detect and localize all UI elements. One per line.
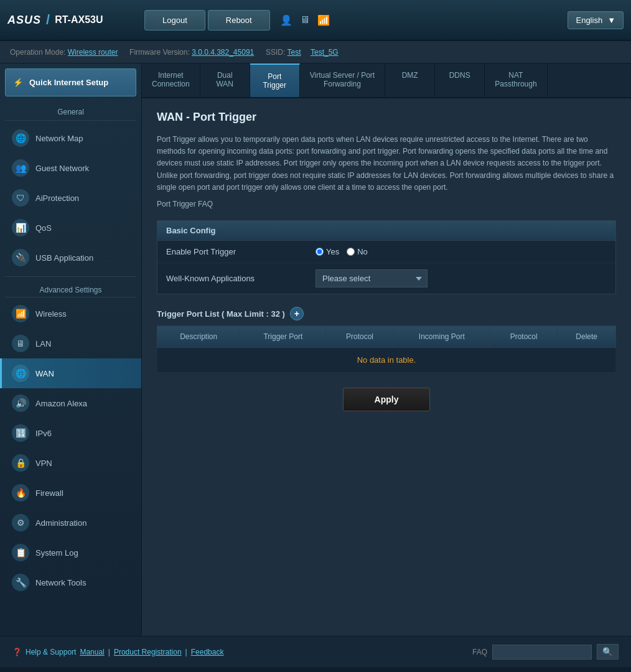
sidebar-item-administration[interactable]: ⚙ Administration — [0, 508, 141, 538]
sidebar-item-network-map[interactable]: 🌐 Network Map — [0, 123, 141, 153]
reboot-button[interactable]: Reboot — [208, 10, 270, 30]
firmware-label: Firmware Version: — [129, 48, 190, 57]
top-nav: Logout Reboot — [144, 10, 270, 30]
help-label: Help & Support — [26, 648, 76, 656]
logout-button[interactable]: Logout — [144, 10, 205, 30]
sidebar-item-firewall[interactable]: 🔥 Firewall — [0, 478, 141, 508]
language-label: English — [576, 16, 602, 25]
firewall-icon: 🔥 — [12, 484, 29, 502]
faq-search-button[interactable]: 🔍 — [597, 644, 619, 660]
quick-internet-setup-button[interactable]: ⚡ Quick Internet Setup — [5, 68, 136, 96]
table-body: No data in table. — [157, 348, 616, 373]
usb-icon: 🔌 — [12, 249, 29, 266]
radio-no-input[interactable] — [347, 248, 355, 256]
guest-network-icon: 👥 — [12, 159, 29, 177]
logo-slash: / — [46, 12, 50, 28]
trigger-list-title: Trigger Port List ( Max Limit : 32 ) — [157, 309, 285, 319]
general-section-title: General — [5, 101, 136, 121]
advanced-section-title: Advanced Settings — [5, 281, 136, 297]
sidebar-item-guest-network[interactable]: 👥 Guest Network — [0, 153, 141, 183]
language-select[interactable]: English ▼ — [568, 11, 624, 29]
tab-internet-connection[interactable]: InternetConnection — [142, 63, 200, 97]
tab-dmz[interactable]: DMZ — [385, 63, 435, 97]
col-protocol-trigger: Protocol — [326, 326, 393, 348]
sidebar-item-label-amazon-alexa: Amazon Alexa — [35, 399, 87, 408]
footer: ❓ Help & Support Manual | Product Regist… — [0, 636, 631, 667]
ssid-value2[interactable]: Test_5G — [311, 48, 339, 57]
monitor-icon[interactable]: 🖥 — [300, 14, 310, 26]
radio-no-label[interactable]: No — [347, 247, 368, 256]
product-registration-link[interactable]: Product Registration — [114, 648, 182, 656]
sidebar-item-amazon-alexa[interactable]: 🔊 Amazon Alexa — [0, 388, 141, 418]
model-name: RT-AX53U — [55, 14, 103, 26]
well-known-control: Please select — [316, 269, 428, 287]
sidebar-item-system-log[interactable]: 📋 System Log — [0, 538, 141, 567]
page-title: WAN - Port Trigger — [157, 111, 616, 124]
faq-search-input[interactable] — [492, 645, 592, 660]
aiprotection-icon: 🛡 — [12, 189, 29, 207]
faq-label: FAQ — [472, 648, 487, 656]
network-tools-icon: 🔧 — [12, 574, 29, 591]
user-icon[interactable]: 👤 — [280, 14, 292, 26]
feedback-link[interactable]: Feedback — [191, 648, 224, 656]
add-trigger-button[interactable]: + — [290, 307, 304, 320]
tab-dual-wan[interactable]: DualWAN — [200, 63, 250, 97]
tab-nat-passthrough[interactable]: NATPassthrough — [485, 63, 547, 97]
manual-link[interactable]: Manual — [80, 648, 104, 656]
trigger-list-header: Trigger Port List ( Max Limit : 32 ) + — [157, 307, 616, 320]
operation-mode-value[interactable]: Wireless router — [68, 48, 118, 57]
enable-port-trigger-row: Enable Port Trigger Yes No — [157, 241, 615, 263]
sidebar-item-qos[interactable]: 📊 QoS — [0, 213, 141, 243]
table-header: Description Trigger Port Protocol Incomi… — [157, 326, 616, 348]
wifi-icon[interactable]: 📶 — [317, 14, 330, 26]
tab-virtual-server[interactable]: Virtual Server / PortForwarding — [300, 63, 385, 97]
sidebar-item-label-aiprotection: AiProtection — [35, 194, 79, 203]
qos-icon: 📊 — [12, 219, 29, 236]
ssid-value1[interactable]: Test — [287, 48, 301, 57]
sidebar-item-network-tools[interactable]: 🔧 Network Tools — [0, 567, 141, 597]
quick-setup-label: Quick Internet Setup — [29, 78, 108, 87]
sidebar-item-label-wan: WAN — [35, 369, 54, 378]
lightning-icon: ⚡ — [13, 78, 23, 87]
tab-bar: InternetConnection DualWAN PortTrigger V… — [142, 63, 631, 98]
sidebar-item-label-vpn: VPN — [35, 459, 52, 468]
well-known-label: Well-Known Applications — [166, 274, 316, 283]
no-data-cell: No data in table. — [157, 348, 616, 373]
sidebar-item-label-guest-network: Guest Network — [35, 164, 89, 173]
top-icons: 👤 🖥 📶 — [280, 14, 330, 26]
sidebar-item-label-system-log: System Log — [35, 548, 78, 558]
sidebar-item-label-ipv6: IPv6 — [35, 429, 52, 438]
sidebar-item-usb-application[interactable]: 🔌 USB Application — [0, 243, 141, 273]
sidebar-item-label-network-tools: Network Tools — [35, 578, 86, 587]
faq-area: FAQ 🔍 — [472, 644, 619, 660]
tab-port-trigger[interactable]: PortTrigger — [250, 63, 300, 97]
sidebar-item-lan[interactable]: 🖥 LAN — [0, 329, 141, 358]
sidebar-item-aiprotection[interactable]: 🛡 AiProtection — [0, 183, 141, 213]
enable-port-trigger-label: Enable Port Trigger — [166, 247, 316, 256]
copyright: 2020 ASUSTeK Computer Inc. All rights re… — [0, 667, 631, 672]
faq-link[interactable]: Port Trigger FAQ — [157, 200, 213, 208]
page-description: Port Trigger allows you to temporarily o… — [157, 134, 616, 194]
tab-internet-connection-label: InternetConnection — [152, 71, 190, 88]
wan-icon: 🌐 — [12, 365, 29, 382]
sidebar-item-vpn[interactable]: 🔒 VPN — [0, 448, 141, 478]
sidebar: ⚡ Quick Internet Setup General 🌐 Network… — [0, 63, 142, 636]
well-known-applications-row: Well-Known Applications Please select — [157, 263, 615, 294]
sidebar-item-wan[interactable]: 🌐 WAN — [0, 358, 141, 388]
separator2: | — [185, 648, 187, 656]
content-area: InternetConnection DualWAN PortTrigger V… — [142, 63, 631, 636]
sidebar-item-label-qos: QoS — [35, 223, 52, 233]
firmware-value[interactable]: 3.0.0.4.382_45091 — [192, 48, 254, 57]
well-known-select[interactable]: Please select — [316, 269, 428, 287]
sidebar-item-label-usb-application: USB Application — [35, 253, 93, 263]
radio-yes-input[interactable] — [316, 248, 324, 256]
apply-button[interactable]: Apply — [343, 388, 431, 411]
radio-yes-label[interactable]: Yes — [316, 247, 339, 256]
trigger-port-table: Description Trigger Port Protocol Incomi… — [157, 325, 616, 373]
wireless-icon: 📶 — [12, 305, 29, 322]
sidebar-quick-setup: ⚡ Quick Internet Setup — [0, 63, 141, 101]
sidebar-item-ipv6[interactable]: 🔢 IPv6 — [0, 418, 141, 448]
tab-ddns[interactable]: DDNS — [435, 63, 485, 97]
sidebar-item-wireless[interactable]: 📶 Wireless — [0, 299, 141, 329]
operation-mode-label: Operation Mode: — [10, 48, 65, 57]
